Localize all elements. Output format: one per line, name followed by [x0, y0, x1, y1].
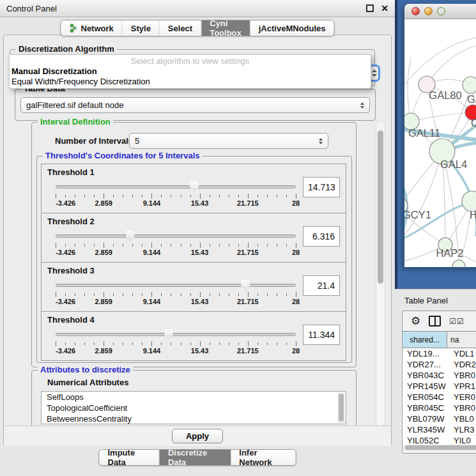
slider-track[interactable] — [56, 185, 296, 188]
table-row[interactable]: YER054CYER0 — [403, 392, 476, 403]
table-hscrollbar[interactable] — [404, 445, 476, 450]
threshold-slider[interactable]: -3.4262.8599.14415.4321.71528 — [56, 230, 296, 259]
control-panel-body: Discretization Algorithm Select algorith… — [3, 35, 392, 446]
table-header-row: shared...na — [403, 331, 476, 348]
network-node-node-bottom[interactable] — [452, 260, 465, 267]
attribute-item-betweennesscentrality[interactable]: BetweennessCentrality — [42, 413, 346, 424]
algorithm-option-manual-discretization[interactable]: Manual Discretization — [10, 66, 371, 77]
network-edge — [411, 112, 473, 121]
tab-network[interactable]: Network — [61, 20, 122, 36]
network-node-label: H — [470, 209, 476, 220]
slider-thumb[interactable] — [126, 231, 135, 242]
threshold-value-input[interactable] — [303, 177, 340, 197]
tab-label: Cyni Toolbox — [210, 20, 242, 36]
tab-discretize-data[interactable]: Discretize Data — [160, 450, 231, 465]
column-header-shared-[interactable]: shared... — [403, 332, 447, 348]
network-node-label: GA — [467, 93, 476, 105]
network-node-label: GAL80 — [429, 89, 461, 101]
table-cell: YBR0 — [447, 403, 476, 413]
tab-impute-data[interactable]: Impute Data — [100, 450, 160, 465]
table-hscrollbar-thumb[interactable] — [405, 445, 476, 450]
interval-definition-group-label: Interval Definition — [38, 117, 113, 127]
column-layout-icon[interactable] — [429, 316, 441, 326]
select-columns-icon[interactable]: ☑☑ — [449, 317, 464, 326]
table-row[interactable]: YBR045CYBR0 — [403, 403, 476, 413]
slider-thumb[interactable] — [241, 280, 250, 291]
apply-bar: Apply — [4, 426, 391, 446]
tab-label: Impute Data — [108, 449, 151, 466]
tab-label: jActiveMNodules — [259, 24, 326, 33]
table-row[interactable]: YDL19...YDL1 — [403, 348, 476, 359]
algorithm-option-equal-width-frequency-discretization[interactable]: Equal Width/Frequency Discretization — [10, 77, 371, 87]
network-canvas[interactable]: GAL80GACGAL11GAL4GCY1HHAP2 — [404, 19, 476, 267]
column-header-na[interactable]: na — [447, 332, 476, 348]
slider-track[interactable] — [56, 284, 296, 287]
tab-cyni-toolbox[interactable]: Cyni Toolbox — [201, 20, 250, 36]
close-window-icon[interactable] — [411, 7, 420, 15]
threshold-value-input[interactable] — [303, 226, 340, 247]
screen: Control Panel ✕ NetworkStyleSelectCyni T… — [0, 0, 476, 476]
attribute-item-topologicalcoefficient[interactable]: TopologicalCoefficient — [42, 403, 346, 413]
tab-jactivemnodules[interactable]: jActiveMNodules — [250, 20, 334, 36]
float-window-icon[interactable] — [366, 4, 374, 12]
number-of-intervals-combo[interactable]: 5 — [129, 133, 328, 149]
tab-label: Select — [168, 24, 192, 33]
table-row[interactable]: YLR345WYLR3 — [403, 424, 476, 435]
network-node-label: GAL4 — [440, 158, 467, 170]
tab-infer-network[interactable]: Infer Network — [231, 450, 295, 465]
slider-tick-labels: -3.4262.8599.14415.4321.71528 — [56, 249, 296, 257]
table-cell: YDR27... — [403, 359, 447, 370]
threshold-slider[interactable]: -3.4262.8599.14415.4321.71528 — [56, 328, 296, 358]
tab-style[interactable]: Style — [123, 20, 160, 36]
number-of-intervals-value: 5 — [135, 136, 139, 146]
slider-ticks — [56, 242, 296, 248]
network-node-label: GAL11 — [408, 127, 440, 139]
close-panel-icon[interactable]: ✕ — [381, 4, 388, 13]
table-cell: YBL0 — [447, 413, 476, 424]
control-panel: Control Panel ✕ NetworkStyleSelectCyni T… — [0, 0, 395, 476]
table-cell: YBR043C — [403, 370, 447, 381]
threshold-panel: Threshold 3-3.4262.8599.14415.4321.71528 — [41, 262, 346, 312]
slider-tick-labels: -3.4262.8599.14415.4321.71528 — [56, 347, 296, 356]
table-toolbar: ⚙ ☑☑ — [403, 311, 476, 331]
slider-thumb[interactable] — [190, 181, 199, 192]
slider-track[interactable] — [56, 234, 296, 238]
slider-track[interactable] — [56, 333, 296, 336]
settings-scrollbar-thumb[interactable] — [378, 130, 383, 284]
table-row[interactable]: YDR27...YDR2 — [403, 359, 476, 370]
table-cell: YPR1 — [447, 381, 476, 392]
table-cell: YBR045C — [403, 403, 447, 413]
list-scrollbar-thumb[interactable] — [339, 394, 344, 422]
tab-label: Style — [131, 24, 151, 33]
table-row[interactable]: YBL079WYBL0 — [403, 413, 476, 424]
table-cell: YDL1 — [447, 348, 476, 359]
control-panel-title: Control Panel — [6, 4, 57, 13]
table-row[interactable]: YPR145WYPR1 — [403, 381, 476, 392]
list-scrollbar[interactable] — [337, 392, 345, 423]
table-cell: YPR145W — [403, 381, 447, 392]
bottom-tab-bar: Impute DataDiscretize DataInfer Network — [99, 449, 296, 466]
table-cell: YLR345W — [403, 424, 447, 435]
slider-tick-labels: -3.4262.8599.14415.4321.71528 — [56, 199, 296, 208]
threshold-panel: Threshold 2-3.4262.8599.14415.4321.71528 — [41, 213, 346, 263]
attributes-group: Attributes to discretize Numerical Attri… — [31, 370, 357, 427]
attributes-group-label: Attributes to discretize — [38, 365, 133, 374]
algorithm-dropdown-popup: Select algorithm to view settings Manual… — [9, 54, 371, 89]
apply-button[interactable]: Apply — [172, 429, 223, 443]
attribute-item-selfloops[interactable]: SelfLoops — [42, 392, 346, 403]
settings-scrollbar[interactable] — [376, 121, 385, 426]
table-data-combo[interactable]: galFiltered.sif default node — [20, 97, 370, 113]
zoom-window-icon[interactable] — [437, 7, 445, 15]
minimize-window-icon[interactable] — [424, 7, 433, 15]
numerical-attributes-list[interactable]: SelfLoopsTopologicalCoefficientBetweenne… — [41, 391, 346, 424]
threshold-value-input[interactable] — [303, 275, 340, 296]
slider-thumb[interactable] — [164, 329, 173, 340]
network-node-node-top-right[interactable] — [463, 77, 476, 93]
threshold-value-input[interactable] — [303, 325, 340, 345]
threshold-panels: Threshold 1-3.4262.8599.14415.4321.71528… — [41, 164, 346, 361]
table-row[interactable]: YBR043CYBR0 — [403, 370, 476, 381]
gear-icon[interactable]: ⚙ — [411, 316, 420, 326]
threshold-slider[interactable]: -3.4262.8599.14415.4321.71528 — [56, 279, 296, 309]
tab-select[interactable]: Select — [160, 20, 201, 36]
threshold-slider[interactable]: -3.4262.8599.14415.4321.71528 — [56, 181, 296, 210]
